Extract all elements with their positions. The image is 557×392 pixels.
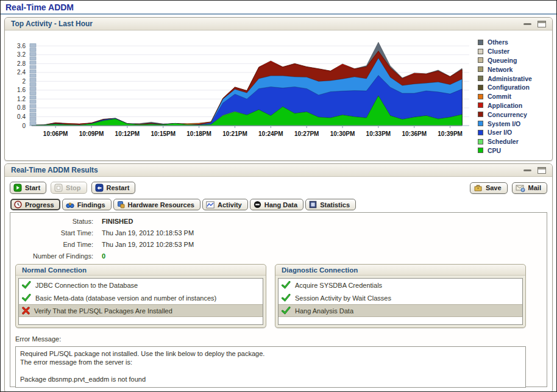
activity-stacked-area-chart: 00.40.81.21.622.42.83.23.610:06PM10:09PM… [7, 34, 478, 157]
legend-item-configuration: Configuration [478, 83, 550, 92]
legend-swatch [478, 112, 483, 117]
axis-scale-bar-segment [30, 52, 36, 56]
y-axis-tick-label: 0.4 [17, 113, 26, 120]
chart-legend: OthersClusterQueueingNetworkAdministrati… [478, 34, 550, 159]
normal-connection-panel: Normal Connection JDBC Connection to the… [15, 264, 266, 328]
progress-tab-content: Status:FINISHEDStart Time:Thu Jan 19, 20… [10, 212, 547, 387]
title-divider [1, 13, 556, 15]
minimize-icon[interactable] [523, 169, 531, 171]
x-axis-tick-label: 10:33PM [366, 130, 391, 137]
legend-label: Concurrency [488, 111, 527, 118]
legend-swatch [478, 102, 483, 108]
legend-item-administrative: Administrative [478, 74, 550, 83]
legend-label: Configuration [488, 84, 530, 91]
legend-label: Administrative [488, 75, 532, 82]
connection-step-label: Hang Analysis Data [295, 307, 353, 315]
legend-label: Others [488, 38, 508, 46]
top-activity-panel-header: Top Activity - Last Hour [5, 18, 552, 30]
tab-label: Statistics [320, 201, 350, 208]
x-axis-tick-label: 10:24PM [258, 130, 283, 137]
mail-button[interactable]: @ Mail [512, 182, 547, 194]
legend-swatch [478, 130, 483, 135]
stop-button-label: Stop [66, 184, 80, 191]
top-activity-panel-title: Top Activity - Last Hour [11, 20, 93, 28]
legend-item-application: Application [478, 101, 550, 110]
tab-statistics[interactable]: Statistics [305, 199, 356, 210]
status-row-end-time: End Time:Thu Jan 19, 2012 10:28:53 PM [15, 241, 542, 248]
y-axis-tick-label: 3.2 [17, 51, 26, 58]
status-row-status: Status:FINISHED [15, 218, 542, 225]
legend-swatch [478, 139, 483, 144]
tab-label: Activity [218, 201, 242, 208]
results-panel: Real-Time ADDM Results Start Stop Restar… [4, 163, 553, 392]
legend-label: System I/O [488, 120, 520, 127]
legend-swatch [478, 40, 483, 45]
tab-hang-data[interactable]: Hang Data [250, 199, 303, 210]
legend-label: User I/O [488, 129, 512, 136]
status-field-label: Number of Findings: [15, 252, 93, 260]
connection-step-label: Basic Meta-data (database version and nu… [35, 294, 216, 302]
error-x-icon [22, 307, 30, 315]
tab-label: Progress [25, 201, 54, 208]
connection-step-row: Basic Meta-data (database version and nu… [19, 291, 263, 304]
axis-scale-bar-segment [30, 74, 36, 78]
tab-activity[interactable]: Activity [202, 199, 248, 210]
results-panel-title: Real-Time ADDM Results [11, 166, 98, 174]
legend-swatch [478, 76, 483, 81]
tab-hardware-resources[interactable]: Hardware Resources [113, 199, 200, 210]
restore-icon[interactable] [537, 21, 546, 27]
legend-item-network: Network [478, 65, 550, 74]
axis-scale-bar-segment [30, 96, 36, 99]
axis-scale-bar-segment [30, 118, 36, 121]
x-axis-tick-label: 10:18PM [186, 130, 211, 137]
status-field-value: FINISHED [102, 218, 133, 225]
legend-swatch [478, 121, 483, 126]
status-field-value: Thu Jan 19, 2012 10:28:53 PM [102, 241, 194, 248]
hang-icon [254, 201, 261, 208]
normal-connection-title: Normal Connection [16, 265, 266, 276]
clock-icon [14, 201, 22, 208]
legend-label: Scheduler [488, 138, 519, 145]
minimize-icon[interactable] [523, 23, 531, 25]
connection-step-row: Hang Analysis Data [278, 304, 522, 317]
legend-item-cluster: Cluster [478, 47, 550, 56]
connection-step-label: Acquire SYSDBA Credentials [295, 282, 382, 289]
success-check-icon [282, 294, 291, 302]
top-activity-window-controls [523, 21, 546, 27]
results-panel-header: Real-Time ADDM Results [5, 164, 552, 177]
activity-icon [206, 201, 215, 208]
restart-button[interactable]: Restart [91, 182, 136, 194]
legend-item-scheduler: Scheduler [478, 137, 550, 146]
save-icon [474, 184, 483, 192]
tab-progress[interactable]: Progress [10, 199, 60, 210]
save-button[interactable]: Save [470, 182, 508, 194]
tab-findings[interactable]: Findings [62, 199, 112, 210]
connection-step-row: Session Activity by Wait Classes [278, 291, 522, 304]
legend-label: CPU [488, 147, 501, 154]
axis-scale-bar-segment [30, 48, 36, 52]
top-activity-chart-area: 00.40.81.21.622.42.83.23.610:06PM10:09PM… [5, 30, 552, 160]
legend-label: Commit [488, 93, 511, 100]
svg-text:@: @ [521, 188, 524, 191]
start-button-label: Start [25, 184, 40, 191]
diagnostic-connection-title: Diagnostic Connection [275, 265, 525, 276]
status-field-label: Status: [15, 218, 93, 225]
diagnostic-connection-list: Acquire SYSDBA CredentialsSession Activi… [278, 278, 523, 325]
legend-label: Cluster [488, 48, 509, 55]
restart-button-label: Restart [107, 184, 130, 191]
axis-scale-bar-segment [30, 91, 36, 95]
restore-icon[interactable] [537, 167, 546, 174]
axis-scale-bar-segment [30, 87, 36, 91]
x-axis-tick-label: 10:30PM [330, 130, 355, 137]
legend-swatch [478, 49, 483, 54]
tab-label: Findings [77, 201, 105, 208]
connection-step-row: JDBC Connection to the Database [19, 279, 263, 291]
results-window-controls [523, 167, 546, 174]
x-axis-tick-label: 10:06PM [43, 130, 68, 137]
stop-button[interactable]: Stop [51, 182, 87, 194]
x-axis-tick-label: 10:12PM [115, 130, 140, 137]
empty-row [19, 317, 263, 324]
top-activity-panel: Top Activity - Last Hour 00.40.81.21.622… [4, 17, 553, 161]
start-button[interactable]: Start [10, 182, 46, 194]
empty-row [278, 317, 522, 324]
